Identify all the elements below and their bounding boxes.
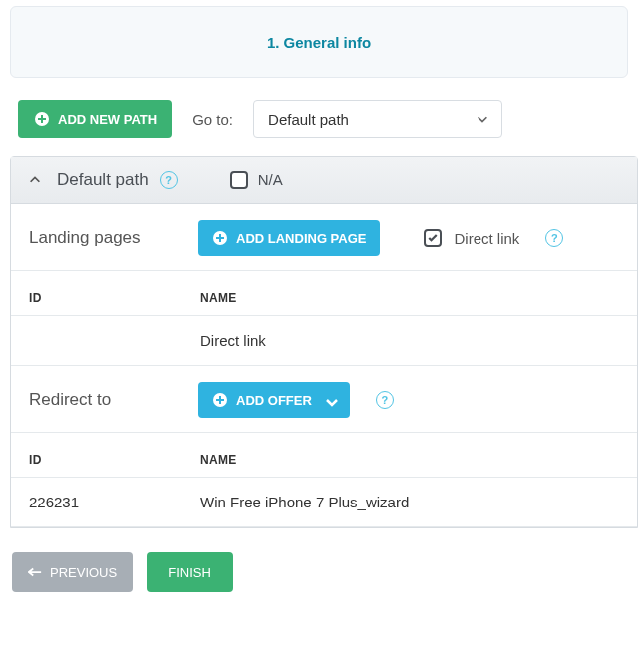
help-icon[interactable]: ?: [160, 171, 178, 189]
plus-circle-icon: [212, 392, 228, 408]
goto-select[interactable]: Default path: [253, 100, 502, 138]
plus-circle-icon: [34, 111, 50, 127]
plus-circle-icon: [212, 230, 228, 246]
table-row: 226231 Win Free iPhone 7 Plus_wizard: [11, 478, 637, 527]
chevron-down-icon: [476, 112, 489, 126]
col-id-header: ID: [29, 453, 200, 467]
add-landing-page-button[interactable]: ADD LANDING PAGE: [198, 220, 380, 256]
cell-name: Win Free iPhone 7 Plus_wizard: [200, 494, 619, 510]
wizard-tabs: 1. General info: [10, 6, 628, 78]
col-id-header: ID: [29, 291, 200, 305]
add-offer-label: ADD OFFER: [236, 393, 312, 408]
help-icon[interactable]: ?: [376, 391, 394, 409]
wizard-footer: PREVIOUS FINISH: [0, 528, 638, 592]
add-new-path-button[interactable]: ADD NEW PATH: [18, 100, 172, 138]
svg-rect-8: [216, 399, 224, 401]
offers-table-header: ID NAME: [11, 433, 637, 478]
goto-selected-value: Default path: [268, 111, 349, 128]
finish-button[interactable]: FINISH: [147, 552, 233, 592]
direct-link-checkbox[interactable]: [424, 229, 442, 247]
direct-link-label: Direct link: [454, 230, 519, 247]
landing-pages-section: Landing pages ADD LANDING PAGE Direct li…: [11, 204, 637, 271]
finish-label: FINISH: [168, 565, 211, 580]
chevron-down-icon: [324, 394, 336, 406]
landing-pages-label: Landing pages: [29, 228, 178, 248]
tab-general-info[interactable]: 1. General info: [267, 34, 371, 51]
previous-label: PREVIOUS: [50, 565, 117, 580]
add-offer-button[interactable]: ADD OFFER: [198, 382, 350, 418]
path-panel-header: Default path ? N/A: [11, 157, 637, 204]
cell-name: Direct link: [200, 332, 619, 349]
help-icon[interactable]: ?: [545, 229, 563, 247]
table-row: Direct link: [11, 316, 637, 366]
add-landing-page-label: ADD LANDING PAGE: [236, 231, 366, 246]
default-path-panel: Default path ? N/A Landing pages ADD LAN…: [10, 156, 638, 528]
col-name-header: NAME: [200, 453, 619, 467]
cell-id: 226231: [29, 494, 200, 510]
na-group: N/A: [230, 171, 283, 189]
arrow-left-icon: [28, 567, 42, 577]
landing-pages-table-header: ID NAME: [11, 271, 637, 316]
toolbar: ADD NEW PATH Go to: Default path: [0, 78, 638, 156]
add-new-path-label: ADD NEW PATH: [58, 112, 157, 127]
svg-rect-5: [216, 237, 224, 239]
redirect-section: Redirect to ADD OFFER ?: [11, 366, 637, 433]
col-name-header: NAME: [200, 291, 619, 305]
svg-rect-2: [38, 118, 46, 120]
direct-link-group: Direct link ?: [424, 229, 563, 247]
previous-button[interactable]: PREVIOUS: [12, 552, 133, 592]
na-label: N/A: [258, 171, 283, 188]
collapse-toggle[interactable]: [25, 170, 45, 190]
na-checkbox[interactable]: [230, 171, 248, 189]
redirect-label: Redirect to: [29, 390, 178, 410]
path-title: Default path: [57, 170, 149, 190]
goto-label: Go to:: [192, 111, 233, 128]
